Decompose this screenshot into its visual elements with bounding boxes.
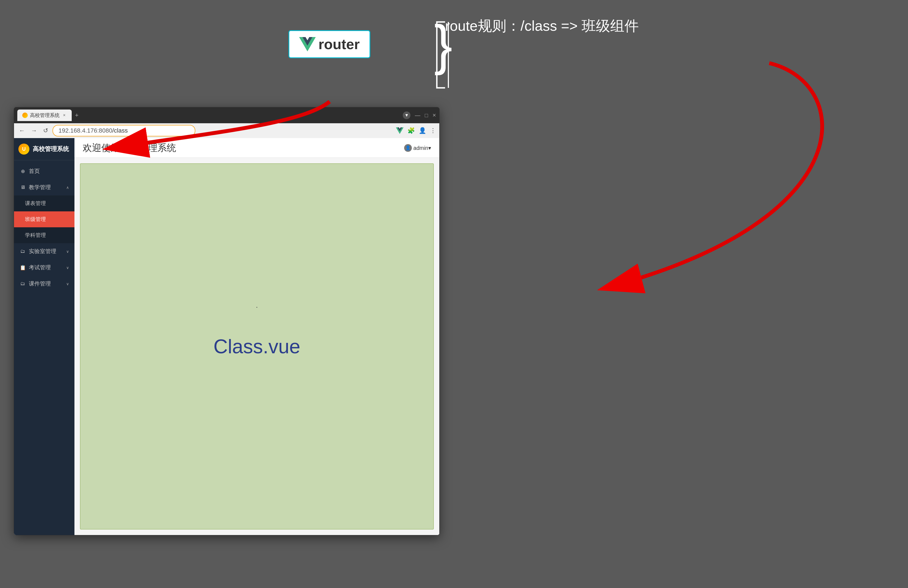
admin-button[interactable]: 👤 admin▾	[404, 144, 431, 152]
extensions-icon[interactable]: 🧩	[407, 127, 415, 134]
home-label: 首页	[29, 167, 69, 175]
teaching-label: 教学管理	[29, 184, 63, 191]
sidebar-logo: U 高校管理系统	[14, 138, 74, 160]
admin-label: admin▾	[414, 145, 431, 151]
lab-label: 实验室管理	[29, 247, 63, 255]
route-rule-text: route规则：/class => 班级组件	[445, 16, 639, 36]
admin-avatar: 👤	[404, 144, 412, 152]
page-title: 欢迎使用高校管理系统	[83, 141, 176, 154]
sidebar-item-home[interactable]: ⊕ 首页	[14, 163, 74, 179]
exam-icon: 📋	[19, 265, 26, 271]
sidebar-app-title: 高校管理系统	[33, 145, 69, 153]
address-bar[interactable]: 192.168.4.176:8080 /class	[53, 125, 195, 137]
sidebar-item-subject[interactable]: 学科管理	[14, 227, 74, 243]
class-component-area: · Class.vue	[80, 163, 434, 530]
window-controls: ▼ — □ ×	[403, 111, 436, 119]
address-path: /class	[113, 127, 128, 134]
tab-favicon	[22, 112, 28, 118]
teaching-submenu: 课表管理 班级管理 学科管理	[14, 196, 74, 243]
exam-arrow: ∨	[66, 265, 69, 270]
browser-window: 高校管理系统 × + ▼ — □ × ← → ↺ 192.168.4.176:8…	[14, 107, 440, 535]
address-bar-row: ← → ↺ 192.168.4.176:8080 /class 🧩 👤 ⋮	[14, 123, 439, 138]
class-dot: ·	[256, 302, 258, 311]
menu-icon[interactable]: ⋮	[430, 127, 436, 134]
courseware-label: 课件管理	[29, 280, 63, 288]
maximize-button[interactable]: □	[425, 112, 428, 119]
courseware-icon: 🗂	[19, 281, 26, 287]
close-button[interactable]: ×	[432, 112, 436, 119]
browser-chrome: 高校管理系统 × + ▼ — □ ×	[14, 107, 439, 123]
user-icon[interactable]: 👤	[419, 127, 426, 134]
tab-close-button[interactable]: ×	[62, 113, 67, 118]
address-domain: 192.168.4.176:8080	[58, 127, 113, 134]
download-icon: ▼	[403, 111, 411, 119]
sidebar-item-coursetable[interactable]: 课表管理	[14, 196, 74, 211]
vue-toolbar-icon	[396, 127, 404, 134]
reload-button[interactable]: ↺	[42, 126, 50, 135]
exam-label: 考试管理	[29, 264, 63, 271]
main-content: 欢迎使用高校管理系统 👤 admin▾ · Class.vue	[74, 138, 439, 535]
sidebar-item-lab[interactable]: 🗂 实验室管理 ∨	[14, 243, 74, 259]
sidebar-menu: ⊕ 首页 🖥 教学管理 ∧ 课表管理 班级管理	[14, 160, 74, 294]
home-icon: ⊕	[19, 168, 26, 174]
router-text: router	[319, 36, 360, 52]
main-header: 欢迎使用高校管理系统 👤 admin▾	[74, 138, 439, 158]
coursetable-label: 课表管理	[25, 200, 69, 207]
tab-bar: 高校管理系统 × +	[17, 109, 401, 121]
back-button[interactable]: ←	[17, 126, 27, 135]
sidebar-item-class[interactable]: 班级管理	[14, 211, 74, 227]
logo-icon: U	[18, 144, 29, 154]
sidebar-item-exam[interactable]: 📋 考试管理 ∨	[14, 259, 74, 276]
teaching-arrow: ∧	[66, 185, 69, 190]
tab-title: 高校管理系统	[30, 112, 60, 119]
minimize-button[interactable]: —	[415, 112, 420, 119]
new-tab-button[interactable]: +	[73, 111, 81, 120]
lab-arrow: ∨	[66, 249, 69, 254]
app-content: U 高校管理系统 ⊕ 首页 🖥 教学管理 ∧ 课表管理	[14, 138, 439, 535]
subject-label: 学科管理	[25, 232, 69, 239]
browser-tab[interactable]: 高校管理系统 ×	[17, 109, 72, 121]
router-badge: router	[288, 30, 370, 58]
forward-button[interactable]: →	[29, 126, 39, 135]
sidebar-item-teaching[interactable]: 🖥 教学管理 ∧	[14, 179, 74, 196]
teaching-icon: 🖥	[19, 185, 26, 190]
sidebar-item-courseware[interactable]: 🗂 课件管理 ∨	[14, 276, 74, 292]
lab-icon: 🗂	[19, 248, 26, 254]
sidebar: U 高校管理系统 ⊕ 首页 🖥 教学管理 ∧ 课表管理	[14, 138, 74, 535]
class-label: 班级管理	[25, 216, 69, 223]
browser-toolbar-right: 🧩 👤 ⋮	[396, 127, 436, 134]
class-vue-label: Class.vue	[214, 335, 300, 358]
courseware-arrow: ∨	[66, 282, 69, 286]
